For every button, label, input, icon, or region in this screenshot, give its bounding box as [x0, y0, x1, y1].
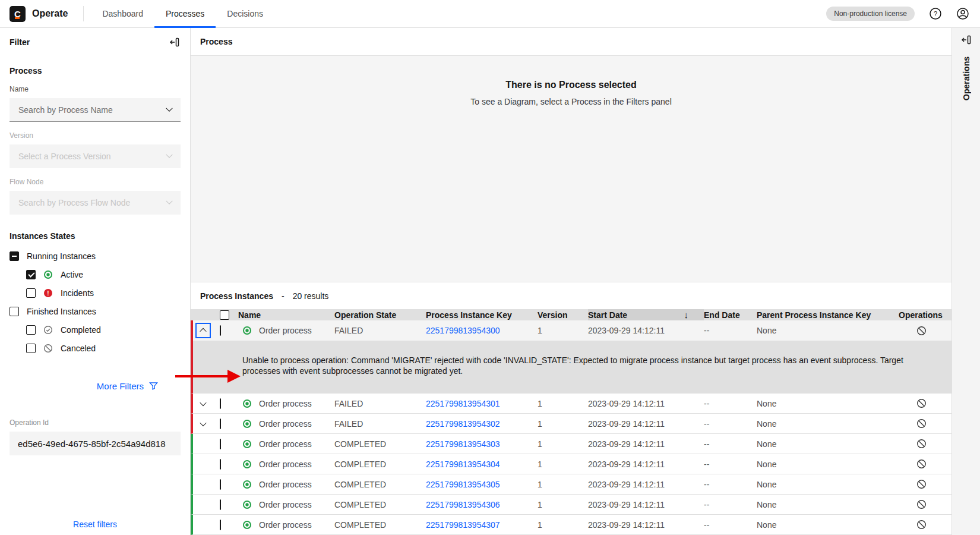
- row-checkbox[interactable]: [220, 325, 221, 336]
- instance-row: Order processCOMPLETED225179981395430312…: [191, 434, 951, 454]
- nav-tab-decisions[interactable]: Decisions: [216, 0, 274, 28]
- empty-state-title: There is no Process selected: [191, 80, 951, 90]
- select-all-checkbox[interactable]: [220, 310, 229, 320]
- sort-descending-icon: ↓: [684, 310, 689, 320]
- column-header-process-instance-key[interactable]: Process Instance Key: [426, 309, 538, 320]
- parent-process-instance-key-cell: None: [757, 460, 899, 469]
- column-header-operation-state[interactable]: Operation State: [334, 309, 426, 320]
- running-instances-checkbox[interactable]: [10, 251, 19, 261]
- finished-instances-checkbox[interactable]: [10, 307, 19, 316]
- instance-row: Order processFAILED225179981395430212023…: [191, 414, 951, 434]
- cancel-operation-icon[interactable]: [916, 499, 927, 509]
- nav-tab-processes[interactable]: Processes: [154, 0, 216, 28]
- process-instance-key-link[interactable]: 2251799813954307: [426, 520, 538, 530]
- instances-table-header: Name Operation State Process Instance Ke…: [191, 309, 951, 320]
- column-header-end-date[interactable]: End Date: [704, 309, 757, 320]
- row-checkbox[interactable]: [220, 459, 221, 470]
- collapse-row-button[interactable]: [195, 323, 211, 338]
- column-header-name[interactable]: Name: [238, 309, 334, 320]
- process-name: Order process: [259, 480, 312, 489]
- process-instance-key-link[interactable]: 2251799813954305: [426, 480, 538, 489]
- end-date-cell: --: [704, 460, 757, 469]
- process-name-combobox[interactable]: Search by Process Name: [10, 98, 181, 122]
- row-checkbox[interactable]: [220, 479, 221, 490]
- name-cell: Order process: [238, 399, 334, 408]
- nav-tab-dashboard[interactable]: Dashboard: [91, 0, 154, 28]
- row-checkbox[interactable]: [220, 499, 221, 510]
- process-instance-key-link[interactable]: 2251799813954302: [426, 419, 538, 429]
- collapse-filter-panel-icon[interactable]: [169, 36, 181, 48]
- name-cell: Order process: [238, 460, 334, 469]
- version-cell: 1: [538, 480, 588, 489]
- instances-table-body: Order processFAILED225179981395430012023…: [191, 320, 951, 535]
- chevron-down-icon: [200, 399, 206, 405]
- chevron-down-icon: [166, 197, 172, 204]
- flow-node-placeholder: Search by Process Flow Node: [18, 198, 130, 207]
- state-label: Incidents: [61, 288, 94, 298]
- incidents-checkbox[interactable]: [26, 288, 36, 298]
- instances-separator: -: [282, 291, 284, 301]
- process-instance-key-link[interactable]: 2251799813954303: [426, 439, 538, 449]
- operations-cell: [899, 479, 951, 489]
- start-date-label: Start Date: [588, 310, 627, 320]
- main-nav: Dashboard Processes Decisions: [91, 0, 274, 28]
- row-checkbox-cell: [214, 480, 238, 489]
- active-checkbox[interactable]: [26, 270, 36, 279]
- process-name: Order process: [259, 439, 312, 449]
- parent-process-instance-key-cell: None: [757, 419, 899, 429]
- canceled-checkbox[interactable]: [26, 344, 36, 353]
- active-state-icon: [43, 270, 53, 279]
- process-version-combobox: Select a Process Version: [10, 144, 181, 168]
- row-checkbox[interactable]: [220, 520, 221, 530]
- user-icon[interactable]: [956, 7, 969, 20]
- active-instance-icon: [242, 326, 252, 335]
- cancel-operation-icon[interactable]: [916, 439, 927, 449]
- version-cell: 1: [538, 520, 588, 530]
- expand-row-button[interactable]: [195, 396, 211, 411]
- process-panel-title: Process: [191, 28, 951, 56]
- column-header-start-date[interactable]: Start Date ↓: [588, 309, 704, 320]
- column-header-operations: Operations: [899, 309, 951, 320]
- start-date-cell: 2023-09-29 14:12:11: [588, 480, 704, 489]
- filter-funnel-icon: [149, 382, 158, 391]
- operation-state-cell: COMPLETED: [334, 500, 426, 509]
- process-instance-key-link[interactable]: 2251799813954300: [426, 326, 538, 335]
- operation-id-label: Operation Id: [10, 418, 181, 427]
- parent-process-instance-key-cell: None: [757, 520, 899, 530]
- more-filters-link[interactable]: More Filters: [10, 381, 181, 391]
- cancel-operation-icon[interactable]: [916, 479, 927, 489]
- completed-checkbox[interactable]: [26, 325, 36, 335]
- process-instance-key-link[interactable]: 2251799813954306: [426, 500, 538, 509]
- row-checkbox[interactable]: [220, 398, 221, 409]
- process-instance-key-link[interactable]: 2251799813954301: [426, 399, 538, 408]
- cancel-operation-icon[interactable]: [916, 520, 927, 530]
- row-checkbox-cell: [214, 326, 238, 335]
- license-badge: Non-production license: [826, 7, 915, 21]
- version-cell: 1: [538, 460, 588, 469]
- filter-state-canceled: Canceled: [10, 339, 181, 357]
- process-instance-key-link[interactable]: 2251799813954304: [426, 460, 538, 469]
- column-header-parent-process-instance-key[interactable]: Parent Process Instance Key: [757, 309, 899, 320]
- row-checkbox[interactable]: [220, 418, 221, 429]
- version-field-label: Version: [10, 131, 181, 140]
- operation-state-cell: COMPLETED: [334, 439, 426, 449]
- reset-filters-link[interactable]: Reset filters: [0, 520, 190, 529]
- expand-operations-panel-icon[interactable]: [960, 34, 972, 46]
- cancel-operation-icon[interactable]: [916, 398, 927, 408]
- empty-state-subtitle: To see a Diagram, select a Process in th…: [191, 97, 951, 106]
- column-header-version[interactable]: Version: [538, 309, 588, 320]
- expand-row-button[interactable]: [195, 416, 211, 432]
- name-field-label: Name: [10, 85, 181, 93]
- cancel-operation-icon[interactable]: [916, 418, 927, 429]
- flow-node-combobox: Search by Process Flow Node: [10, 191, 181, 215]
- operation-id-input[interactable]: ed5e6-49ed-4675-85bf-2c54a94d818: [10, 432, 181, 455]
- active-instance-icon: [242, 419, 252, 429]
- cancel-operation-icon[interactable]: [916, 326, 927, 336]
- end-date-cell: --: [704, 326, 757, 335]
- help-icon[interactable]: ?: [929, 7, 942, 20]
- instances-result-count: 20 results: [293, 291, 329, 301]
- cancel-operation-icon[interactable]: [916, 459, 927, 469]
- expander-column-spacer: [193, 309, 214, 320]
- end-date-cell: --: [704, 419, 757, 429]
- row-checkbox[interactable]: [220, 439, 221, 449]
